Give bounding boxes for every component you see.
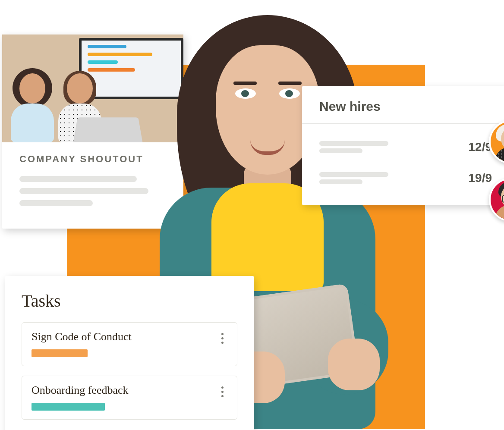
tasks-title: Tasks: [22, 291, 237, 311]
new-hire-date: 19/9: [469, 171, 492, 185]
task-name: Onboarding feedback: [32, 384, 217, 397]
new-hire-date: 12/9: [469, 140, 492, 154]
hero-composition: COMPANY SHOUTOUT New hires 12/: [0, 0, 504, 430]
task-progress-bar: [32, 403, 105, 411]
task-progress-bar: [32, 349, 88, 357]
new-hire-row[interactable]: 19/9: [319, 163, 492, 194]
new-hire-row[interactable]: 12/9: [319, 132, 492, 163]
coworkers-illustration: [6, 65, 119, 142]
divider: [302, 123, 504, 124]
new-hire-name-placeholder: [319, 169, 388, 187]
task-item[interactable]: Sign Code of Conduct: [22, 322, 237, 366]
avatar[interactable]: [489, 178, 504, 222]
task-item[interactable]: Onboarding feedback: [22, 376, 237, 420]
task-name: Sign Code of Conduct: [32, 330, 217, 343]
tasks-card: Tasks Sign Code of Conduct Onboarding fe…: [5, 276, 254, 430]
kebab-menu-icon[interactable]: [217, 384, 227, 397]
avatar[interactable]: [489, 120, 504, 164]
new-hire-name-placeholder: [319, 138, 388, 156]
new-hires-title: New hires: [319, 99, 492, 114]
new-hires-card: New hires 12/9 19/9: [302, 86, 504, 205]
kebab-menu-icon[interactable]: [217, 330, 227, 344]
